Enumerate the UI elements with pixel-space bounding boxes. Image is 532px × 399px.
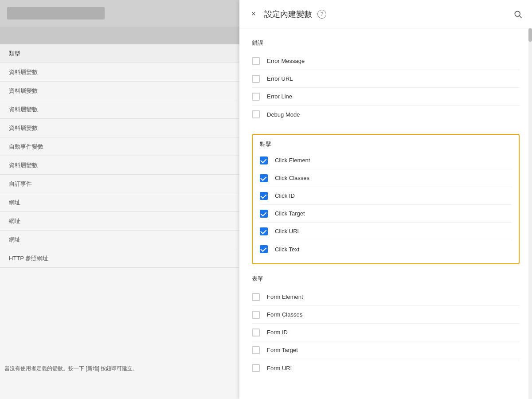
checkbox-click-target[interactable] [260,210,268,218]
checkbox-form-element[interactable] [252,293,260,301]
checkbox-row-1-5: Click Text [260,240,512,258]
checkbox-label-0-3: Debug Mode [267,111,300,118]
left-row-9: 網址 [0,212,239,231]
left-row-8: 網址 [0,193,239,212]
left-row-2: 資料層變數 [0,82,239,100]
checkbox-click-element[interactable] [260,156,268,164]
left-row-6: 資料層變數 [0,156,239,175]
left-panel-subheader [0,27,239,44]
svg-point-0 [515,11,520,16]
checkbox-click-classes[interactable] [260,174,268,182]
left-row-11: HTTP 參照網址 [0,249,239,268]
checkbox-row-0-0: Error Message [252,52,520,70]
checkbox-form-url[interactable] [252,364,260,372]
checkbox-label-2-4: Form URL [267,365,293,372]
checkbox-click-url[interactable] [260,227,268,235]
checkbox-row-0-1: Error URL [252,70,520,88]
section-title-click: 點擊 [260,140,512,148]
checkbox-label-0-0: Error Message [267,58,305,64]
left-row-0: 類型 [0,44,239,63]
checkbox-label-1-5: Click Text [275,246,299,253]
left-row-10: 網址 [0,231,239,249]
checkbox-row-2-0: Form Element [252,288,520,306]
section-title-error: 錯誤 [252,39,520,47]
svg-line-1 [520,16,522,18]
checkbox-row-2-3: Form Target [252,341,520,359]
checkbox-label-2-3: Form Target [267,347,298,353]
left-row-7: 自訂事件 [0,175,239,193]
modal-header-left: × 設定內建變數 ? [248,9,326,20]
checkbox-row-2-2: Form ID [252,324,520,341]
checkbox-label-0-1: Error URL [267,75,293,82]
checkbox-label-2-0: Form Element [267,293,303,300]
section-click: 點擊Click ElementClick ClassesClick IDClic… [252,134,520,264]
checkbox-row-2-1: Form Classes [252,306,520,324]
checkbox-form-classes[interactable] [252,311,260,319]
close-icon[interactable]: × [248,9,259,20]
search-icon[interactable] [512,9,523,20]
checkbox-form-target[interactable] [252,346,260,354]
checkbox-label-1-3: Click Target [275,210,305,217]
checkbox-row-1-1: Click Classes [260,169,512,187]
modal-body: 錯誤Error MessageError URLError LineDebug … [239,28,532,399]
checkbox-row-1-2: Click ID [260,187,512,205]
modal-title: 設定內建變數 [264,9,312,20]
modal-panel: × 設定內建變數 ? 錯誤Error MessageError URLError… [239,0,532,399]
checkbox-label-1-4: Click URL [275,228,301,235]
checkbox-label-1-1: Click Classes [275,175,309,181]
checkbox-error-url[interactable] [252,75,260,83]
section-error: 錯誤Error MessageError URLError LineDebug … [252,39,520,123]
left-panel-body: 類型資料層變數資料層變數資料層變數資料層變數自動事件變數資料層變數自訂事件網址網… [0,44,239,268]
checkbox-form-id[interactable] [252,329,260,336]
checkbox-label-0-2: Error Line [267,93,292,100]
checkbox-label-2-2: Form ID [267,329,288,336]
checkbox-click-id[interactable] [260,192,268,200]
bottom-text: 器沒有使用者定義的變數。按一下 [新增] 按鈕即可建立。 [4,365,138,372]
checkbox-row-0-2: Error Line [252,88,520,106]
left-panel-header [0,0,239,27]
modal-header: × 設定內建變數 ? [239,0,532,28]
section-form: 表單Form ElementForm ClassesForm IDForm Ta… [252,275,520,377]
scrollbar[interactable] [528,28,532,399]
checkbox-error-message[interactable] [252,57,260,65]
checkbox-label-1-0: Click Element [275,157,310,164]
checkbox-debug-mode[interactable] [252,110,260,118]
left-row-1: 資料層變數 [0,63,239,82]
checkbox-row-1-3: Click Target [260,205,512,223]
left-row-5: 自動事件變數 [0,137,239,156]
help-icon[interactable]: ? [317,10,326,19]
checkbox-row-2-4: Form URL [252,359,520,377]
checkbox-label-1-2: Click ID [275,192,295,199]
left-row-3: 資料層變數 [0,100,239,119]
checkbox-row-0-3: Debug Mode [252,106,520,123]
checkbox-row-1-0: Click Element [260,152,512,169]
checkbox-error-line[interactable] [252,93,260,101]
section-title-form: 表單 [252,275,520,283]
left-panel: 類型資料層變數資料層變數資料層變數資料層變數自動事件變數資料層變數自訂事件網址網… [0,0,239,399]
checkbox-click-text[interactable] [260,245,268,253]
scrollbar-thumb[interactable] [528,28,532,42]
checkbox-label-2-1: Form Classes [267,311,302,318]
left-panel-header-bar [7,7,105,20]
left-row-4: 資料層變數 [0,119,239,137]
checkbox-row-1-4: Click URL [260,223,512,240]
